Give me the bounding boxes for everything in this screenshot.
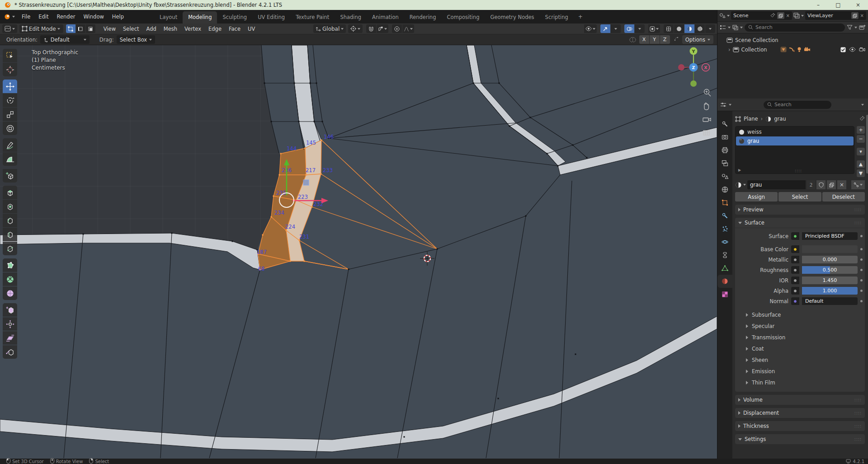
tool-poly-build[interactable] <box>3 258 17 272</box>
new-collection-icon[interactable] <box>859 24 866 30</box>
viewport-menu-select[interactable]: Select <box>119 24 142 33</box>
viewport-menu-view[interactable]: View <box>100 24 119 33</box>
transform-orientation-dropdown[interactable]: Global <box>313 24 346 33</box>
animate-dot[interactable] <box>860 248 863 250</box>
move-slot-up-button[interactable]: ▲ <box>857 160 865 168</box>
properties-tab-material[interactable] <box>717 275 732 288</box>
editor-type-button[interactable] <box>2 24 17 33</box>
surface-panel-header[interactable]: Surface:::: <box>735 218 865 228</box>
panel-thickness[interactable]: Thickness:::: <box>735 421 865 431</box>
shading-rendered-button[interactable] <box>695 24 705 33</box>
select-button[interactable]: Select <box>778 192 821 202</box>
tab-sculpting[interactable]: Sculpting <box>217 11 252 23</box>
material-link-dropdown[interactable] <box>851 180 865 189</box>
metallic-slider[interactable]: 0.000 <box>802 256 858 263</box>
surface-dropdown[interactable]: Principled BSDF <box>802 232 858 240</box>
tab-geometry-nodes[interactable]: Geometry Nodes <box>485 11 540 23</box>
show-gizmo-button[interactable] <box>600 24 610 33</box>
tool-shear[interactable] <box>3 331 17 345</box>
normal-dropdown[interactable]: Default <box>802 297 858 305</box>
tool-cursor[interactable] <box>3 63 17 76</box>
outliner-search-input[interactable]: Search <box>745 23 845 32</box>
viewport-menu-face[interactable]: Face <box>225 24 244 33</box>
view-layer-selector[interactable]: ViewLayer × <box>805 11 866 20</box>
new-scene-button[interactable] <box>777 12 784 19</box>
properties-tab-scene[interactable] <box>717 170 732 183</box>
add-workspace-button[interactable]: + <box>574 12 587 22</box>
tool-move[interactable] <box>3 80 17 93</box>
properties-tab-view-layer[interactable] <box>717 157 732 170</box>
vertex-select-button[interactable] <box>66 24 75 33</box>
properties-tab-render[interactable] <box>717 131 732 144</box>
show-overlays-button[interactable] <box>624 24 634 33</box>
tool-rip-region[interactable] <box>3 345 17 359</box>
properties-tab-texture[interactable] <box>717 288 732 301</box>
mirror-y-toggle[interactable]: Y <box>650 35 660 44</box>
viewport-menu-uv[interactable]: UV <box>244 24 259 33</box>
menu-file[interactable]: File <box>18 12 34 22</box>
tool-extrude-region[interactable] <box>3 186 17 199</box>
subpanel-specular[interactable]: Specular <box>735 320 863 332</box>
menu-window[interactable]: Window <box>79 12 108 22</box>
snap-with-dropdown[interactable] <box>377 24 388 33</box>
shading-wireframe-button[interactable] <box>664 24 674 33</box>
new-view-layer-button[interactable] <box>851 12 859 19</box>
tool-annotate[interactable] <box>3 138 17 152</box>
tool-knife[interactable] <box>3 242 17 255</box>
tool-shrink-fatten[interactable] <box>3 317 17 331</box>
tab-modeling[interactable]: Modeling <box>183 11 217 23</box>
tool-inset-faces[interactable] <box>3 200 17 213</box>
outliner-row-scene-collection[interactable]: Scene Collection <box>717 35 868 45</box>
tab-uv-editing[interactable]: UV Editing <box>252 11 290 23</box>
snap-toggle-button[interactable] <box>366 24 376 33</box>
tool-tweak[interactable] <box>3 49 17 62</box>
breadcrumb-object[interactable]: Plane <box>744 116 758 122</box>
proportional-edit-button[interactable] <box>392 24 402 33</box>
mode-dropdown[interactable]: Edit Mode <box>19 24 63 33</box>
roughness-slider[interactable]: 0.500 <box>802 266 858 274</box>
tab-compositing[interactable]: Compositing <box>441 11 485 23</box>
edge-select-button[interactable] <box>76 24 85 33</box>
tab-texture-paint[interactable]: Texture Paint <box>290 11 335 23</box>
slot-list-grip[interactable]: :::: <box>795 169 802 173</box>
tool-add-cube[interactable] <box>3 169 17 183</box>
viewport-menu-vertex[interactable]: Vertex <box>181 24 205 33</box>
preview-panel-header[interactable]: Preview:::: <box>735 205 865 215</box>
animate-dot[interactable] <box>860 235 863 237</box>
ior-slider[interactable]: 1.450 <box>802 277 858 284</box>
subpanel-emission[interactable]: Emission <box>735 366 863 377</box>
tool-edge-slide[interactable] <box>3 303 17 317</box>
blender-menu-icon[interactable] <box>4 14 15 20</box>
tool-rotate[interactable] <box>3 94 17 107</box>
material-slot-grau[interactable]: grau <box>736 136 854 145</box>
remove-slot-button[interactable]: − <box>857 135 865 143</box>
viewport-menu-edge[interactable]: Edge <box>205 24 225 33</box>
xray-toggle-button[interactable] <box>648 24 660 33</box>
tool-measure[interactable] <box>3 152 17 166</box>
menu-edit[interactable]: Edit <box>34 12 52 22</box>
mirror-z-toggle[interactable]: Z <box>660 35 670 44</box>
subpanel-sheen[interactable]: Sheen <box>735 354 863 366</box>
tab-rendering[interactable]: Rendering <box>404 11 442 23</box>
exclude-checkbox[interactable] <box>840 47 846 52</box>
material-users-count[interactable]: 2 <box>807 180 815 189</box>
viewport-3d[interactable]: 1441451462362172332352232322342242311876… <box>0 45 717 459</box>
alpha-slider[interactable]: 1.000 <box>802 287 858 295</box>
overlays-dropdown[interactable] <box>635 24 645 33</box>
subpanel-thin-film[interactable]: Thin Film <box>735 377 863 388</box>
properties-tab-constraints[interactable] <box>717 248 732 262</box>
scene-selector[interactable]: Scene × <box>731 11 792 20</box>
pin-id-icon[interactable] <box>859 116 865 122</box>
properties-search-input[interactable]: Search <box>764 101 831 109</box>
shading-material-button[interactable] <box>684 24 694 33</box>
maximize-button[interactable]: □ <box>828 0 848 10</box>
axis-y-negative[interactable] <box>690 80 697 87</box>
socket-icon[interactable] <box>791 297 799 305</box>
menu-help[interactable]: Help <box>108 12 128 22</box>
properties-tab-object[interactable] <box>717 196 732 209</box>
properties-editor-icon[interactable] <box>720 102 726 108</box>
socket-icon[interactable] <box>791 245 799 253</box>
close-button[interactable]: × <box>848 0 868 10</box>
face-select-button[interactable] <box>86 24 95 33</box>
material-slot-weiss[interactable]: weiss <box>736 127 854 136</box>
